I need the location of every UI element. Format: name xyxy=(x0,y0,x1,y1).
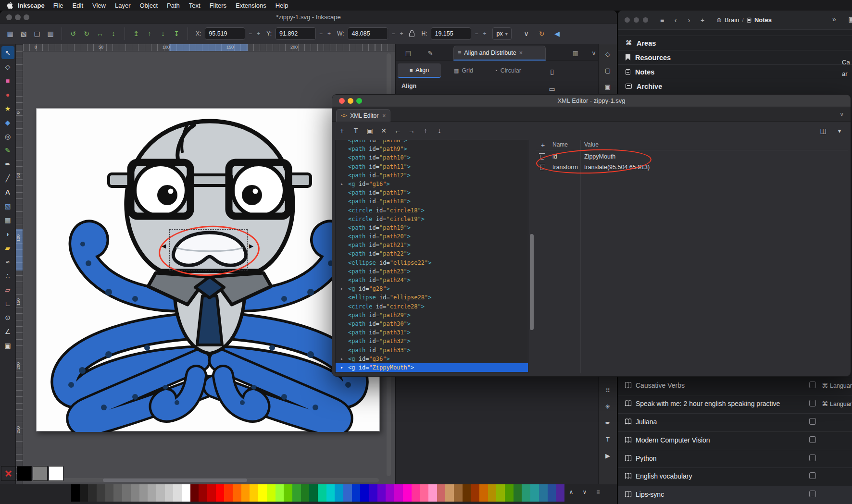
scale-left-arrow-icon[interactable]: ◀ xyxy=(162,243,166,249)
xml-node-path30[interactable]: <path id="path30"> xyxy=(336,320,528,328)
box3d-tool[interactable]: ◆ xyxy=(1,116,14,129)
nav-item-archive[interactable]: Archive xyxy=(618,79,852,93)
xml-node-path29[interactable]: <path id="path29"> xyxy=(336,311,528,320)
task-row[interactable]: Causative Verbs⌘Languange xyxy=(618,377,852,395)
eraser-tool[interactable]: ▱ xyxy=(1,283,14,296)
xml-node-path24[interactable]: <path id="path24"> xyxy=(336,276,528,284)
xml-node-ZippyMouth[interactable]: ▸<g id="ZippyMouth"> xyxy=(336,363,528,372)
task-checkbox[interactable] xyxy=(809,418,816,425)
breadcrumb-brain[interactable]: Brain xyxy=(725,16,739,24)
menu-path[interactable]: Path xyxy=(167,2,180,9)
forward-icon[interactable]: › xyxy=(684,16,694,24)
menu-help[interactable]: Help xyxy=(276,2,288,9)
w-field[interactable]: 48.085 xyxy=(348,27,388,40)
palette-menu-button[interactable]: ≡ xyxy=(593,487,603,497)
open-document-button[interactable]: ▭ xyxy=(546,83,558,95)
connector-tool[interactable]: ∟ xyxy=(1,297,14,310)
x-field[interactable]: 95.519 xyxy=(205,27,245,40)
nav-item-areas[interactable]: ⌘Areas xyxy=(618,36,852,50)
palette-swatch[interactable] xyxy=(105,484,114,502)
palette-swatch[interactable] xyxy=(113,484,122,502)
palette-swatch[interactable] xyxy=(428,484,437,502)
quick-swatch[interactable] xyxy=(49,466,63,481)
new-element-node-button[interactable]: + xyxy=(336,125,348,136)
xml-node-path33[interactable]: <path id="path33"> xyxy=(336,346,528,355)
subtab-align[interactable]: ≡Align xyxy=(398,63,441,78)
no-color-swatch[interactable]: ✕ xyxy=(1,466,16,481)
task-row[interactable]: English vocabulary xyxy=(618,467,852,486)
palette-swatch[interactable] xyxy=(139,484,148,502)
palette-swatch[interactable] xyxy=(97,484,105,502)
h-decrement-button[interactable]: − xyxy=(473,27,479,40)
move-node-down-button[interactable]: ↓ xyxy=(434,125,445,136)
palette-swatch[interactable] xyxy=(233,484,241,502)
pen-tool[interactable]: ✒ xyxy=(1,158,14,171)
subtab-circular[interactable]: ◔Circular xyxy=(486,63,529,78)
palette-swatch[interactable] xyxy=(403,484,412,502)
palette-swatch[interactable] xyxy=(352,484,361,502)
select-all-button[interactable]: ▦ xyxy=(4,27,16,40)
sparkle-icon[interactable]: ✳ xyxy=(602,401,614,412)
apple-icon[interactable] xyxy=(7,2,13,9)
new-text-node-button[interactable]: T xyxy=(350,125,362,136)
close-tab-icon[interactable]: × xyxy=(519,49,523,56)
ellipse-tool[interactable]: ● xyxy=(1,88,14,101)
palette-swatch[interactable] xyxy=(471,484,479,502)
subtab-grid[interactable]: ▦Grid xyxy=(442,63,485,78)
tweak-tool[interactable]: ≈ xyxy=(1,255,14,268)
palette-swatch[interactable] xyxy=(122,484,131,502)
new-note-icon[interactable]: + xyxy=(697,16,708,24)
task-checkbox[interactable] xyxy=(809,455,816,461)
palette-swatch[interactable] xyxy=(369,484,377,502)
objects-dialog-tab[interactable]: ▤ xyxy=(399,46,418,60)
flip-vertical-button[interactable]: ↕ xyxy=(107,27,120,40)
raise-button[interactable]: ↑ xyxy=(143,27,156,40)
measure-tool[interactable]: ∠ xyxy=(1,325,14,338)
xml-node-g16[interactable]: ▸<g id="g16"> xyxy=(336,180,528,188)
duplicate-node-button[interactable]: ▣ xyxy=(364,125,376,136)
task-checkbox[interactable] xyxy=(809,472,816,479)
task-checkbox[interactable] xyxy=(809,436,816,443)
snap-node-icon[interactable]: ▣ xyxy=(602,81,614,92)
expand-triangle-icon[interactable]: ▸ xyxy=(340,363,343,372)
edit-dialog-tab[interactable]: ✎ xyxy=(421,46,440,60)
scale-right-arrow-icon[interactable]: ▶ xyxy=(249,243,253,249)
palette-swatch[interactable] xyxy=(148,484,156,502)
xml-node-path18[interactable]: <path id="path18"> xyxy=(336,197,528,206)
palette-swatch[interactable] xyxy=(71,484,80,502)
palette-swatch[interactable] xyxy=(505,484,514,502)
quick-swatch[interactable] xyxy=(17,466,32,481)
xml-node-g28[interactable]: ▸<g id="g28"> xyxy=(336,284,528,293)
star-tool[interactable]: ★ xyxy=(1,102,14,115)
ruler-origin[interactable] xyxy=(16,44,23,51)
expand-triangle-icon[interactable]: ▸ xyxy=(340,284,343,293)
rectangle-tool[interactable]: ■ xyxy=(1,74,14,87)
palette-swatch[interactable] xyxy=(530,484,539,502)
rotate-ccw-button[interactable]: ↺ xyxy=(67,27,79,40)
deselect-button[interactable]: ▢ xyxy=(31,27,43,40)
node-editor-tool[interactable]: ◇ xyxy=(1,60,14,73)
menu-view[interactable]: View xyxy=(92,2,106,9)
dots-grid-icon[interactable]: ⠿ xyxy=(602,384,614,396)
tab-xml-editor[interactable]: <> XML Editor × xyxy=(336,109,390,122)
task-row[interactable]: Speak with me: 2 hour english speaking p… xyxy=(618,395,852,413)
palette-swatch[interactable] xyxy=(88,484,97,502)
xml-node-path11[interactable]: <path id="path11"> xyxy=(336,162,528,171)
xml-node-path32[interactable]: <path id="path32"> xyxy=(336,337,528,345)
xml-editor-title-bar[interactable]: XML Editor - zippy-1.svg xyxy=(332,95,851,107)
notes-top-bar[interactable]: ≡‹›+ ⊕ Brain / Notes »▣ xyxy=(618,11,852,30)
palette-swatch[interactable] xyxy=(445,484,454,502)
lock-ratio-icon[interactable] xyxy=(409,33,414,37)
palette-swatch[interactable] xyxy=(437,484,446,502)
delete-node-button[interactable]: ✕ xyxy=(378,125,389,136)
menu-extensions[interactable]: Extensions xyxy=(236,2,266,9)
expand-triangle-icon[interactable]: ▸ xyxy=(340,180,343,188)
clipped-panel-icon[interactable]: ▣ xyxy=(846,15,852,23)
panel-chevron[interactable]: ▾ xyxy=(833,124,846,137)
palette-swatch[interactable] xyxy=(267,484,276,502)
xml-node-ellipse22[interactable]: <ellipse id="ellipse22"> xyxy=(336,258,528,267)
vertical-ruler[interactable]: 050100150200250 xyxy=(16,51,23,484)
raise-to-top-button[interactable]: ↥ xyxy=(130,27,142,40)
palette-swatch[interactable] xyxy=(173,484,182,502)
pencil-tool[interactable]: ✎ xyxy=(1,144,14,157)
